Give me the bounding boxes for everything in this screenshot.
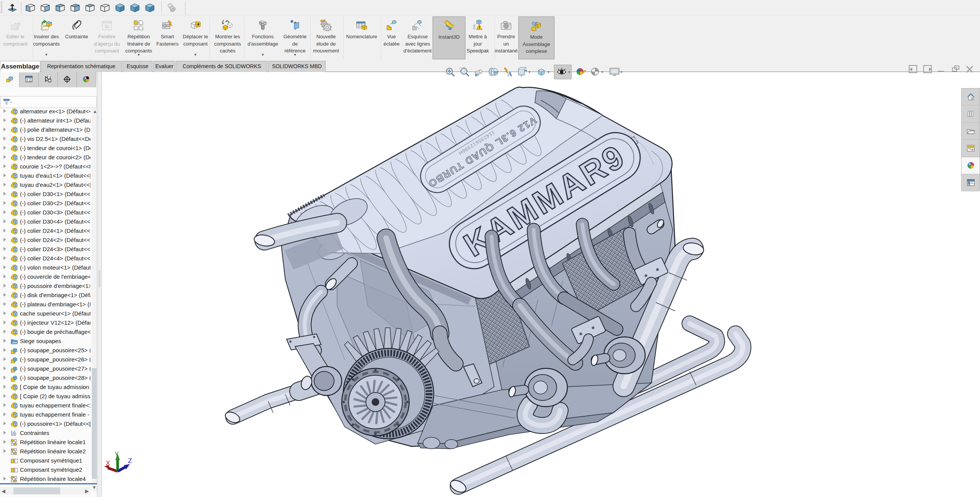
svg-text:Y: Y [115, 451, 119, 458]
svg-text:Z: Z [128, 457, 132, 464]
svg-text:X: X [106, 459, 110, 467]
svg-text:A: A [508, 71, 512, 77]
